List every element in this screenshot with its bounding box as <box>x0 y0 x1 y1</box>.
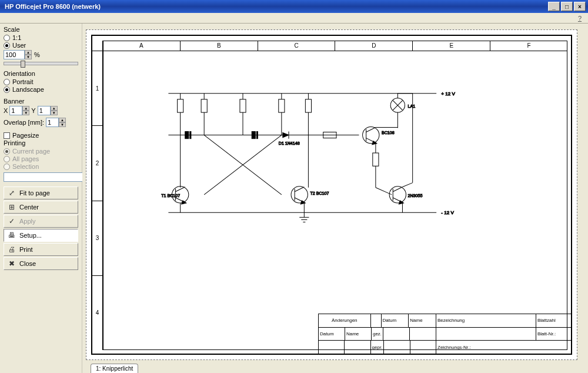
tb-bez: Bezeichnung <box>436 314 536 327</box>
svg-rect-6 <box>201 99 207 112</box>
window-titlebar: HP Officejet Pro 8600 (netwerk) _ □ × <box>0 0 588 13</box>
circuit-svg: + 12 V LA1 <box>103 51 567 350</box>
banner-y-up-icon[interactable]: ▲ <box>51 106 58 111</box>
row-label: 1 <box>92 51 103 126</box>
tb-row-name: Name <box>345 328 372 341</box>
scale-value-input[interactable] <box>4 50 25 59</box>
pagesize-group: Pagesize <box>4 132 78 139</box>
print-current-label: Current page <box>12 148 50 155</box>
apply-icon: ✓ <box>8 217 16 225</box>
fit-to-page-button[interactable]: ⤢ Fit to page <box>4 186 78 199</box>
print-label: Print <box>19 246 33 253</box>
svg-line-38 <box>176 187 185 192</box>
scale-down-icon[interactable]: ▼ <box>25 55 32 59</box>
svg-rect-27 <box>256 132 258 139</box>
svg-marker-28 <box>283 133 289 138</box>
svg-rect-24 <box>185 132 189 139</box>
svg-line-72 <box>376 188 392 195</box>
svg-rect-65 <box>373 153 379 166</box>
banner-y-down-icon[interactable]: ▼ <box>51 111 58 115</box>
svg-rect-26 <box>252 132 255 139</box>
row-label: 2 <box>92 126 103 201</box>
svg-point-57 <box>363 126 379 143</box>
banner-y-label: Y <box>31 107 35 114</box>
apply-label: Apply <box>19 218 36 225</box>
svg-text:+ 12 V: + 12 V <box>441 91 455 96</box>
scale-slider[interactable] <box>4 62 78 65</box>
drawing-sheet: 1 2 3 4 A B C D E F <box>91 35 572 355</box>
banner-group: Banner X ▲▼ Y ▲▼ Overlap [mm]: ▲▼ <box>4 98 78 127</box>
landscape-radio[interactable] <box>4 86 10 93</box>
sheet-tab[interactable]: 1: Knipperlicht <box>91 364 138 373</box>
print-button[interactable]: 🖨 Print <box>4 243 78 256</box>
tb-blattzahl: Blattzahl <box>536 314 571 327</box>
scale-user-radio[interactable] <box>4 42 10 49</box>
svg-text:LA1: LA1 <box>408 104 416 109</box>
landscape-label: Landscape <box>12 86 44 93</box>
pagesize-label: Pagesize <box>12 132 39 139</box>
scale-11-label: 1:1 <box>12 34 21 41</box>
close-icon: ✖ <box>8 259 16 268</box>
minimize-button[interactable]: _ <box>548 2 560 11</box>
center-label: Center <box>19 204 39 211</box>
options-sidebar: Scale 1:1 User ▲ ▼ % <box>0 24 82 373</box>
overlap-label: Overlap [mm]: <box>4 119 44 126</box>
print-all-radio <box>4 156 10 162</box>
slider-thumb-icon[interactable] <box>21 61 25 68</box>
svg-rect-12 <box>279 99 285 112</box>
portrait-radio[interactable] <box>4 79 10 85</box>
svg-text:2N3055: 2N3055 <box>408 194 423 198</box>
svg-point-67 <box>389 186 406 203</box>
fit-label: Fit to page <box>19 189 50 197</box>
row-header-column: 1 2 3 4 <box>92 41 103 350</box>
banner-x-up-icon[interactable]: ▲ <box>22 106 29 111</box>
svg-line-59 <box>366 127 376 132</box>
printing-title: Printing <box>4 139 78 146</box>
scale-up-icon[interactable]: ▲ <box>25 50 32 55</box>
sheet-tab-strip: 1: Knipperlicht <box>86 360 577 373</box>
svg-text:T2
BC107: T2 BC107 <box>310 191 329 196</box>
schematic-drawing: + 12 V LA1 <box>103 51 567 350</box>
svg-text:- 12 V: - 12 V <box>441 210 454 215</box>
svg-line-73 <box>402 183 412 187</box>
close-button[interactable]: ✖ Close <box>4 257 78 270</box>
center-icon: ⊞ <box>8 203 16 211</box>
overlap-down-icon[interactable]: ▼ <box>59 122 66 127</box>
fit-icon: ⤢ <box>8 189 16 197</box>
banner-x-input[interactable] <box>9 106 22 115</box>
svg-text:T1
BC107: T1 BC107 <box>161 194 180 198</box>
tb-blattnr: Blatt-Nr.: <box>536 328 571 341</box>
center-button[interactable]: ⊞ Center <box>4 201 78 214</box>
setup-label: Setup... <box>19 232 42 239</box>
apply-button: ✓ Apply <box>4 215 78 228</box>
window-title: HP Officejet Pro 8600 (netwerk) <box>2 3 547 10</box>
scale-title: Scale <box>4 26 78 33</box>
svg-point-44 <box>291 186 308 203</box>
print-current-radio <box>4 148 10 155</box>
banner-x-label: X <box>4 107 8 114</box>
banner-x-down-icon[interactable]: ▼ <box>22 111 29 115</box>
tb-header: Änderungen <box>319 314 371 327</box>
setup-button[interactable]: 🖶 Setup... <box>4 229 78 242</box>
svg-text:BC108: BC108 <box>382 131 395 135</box>
overlap-up-icon[interactable]: ▲ <box>59 118 66 122</box>
setup-icon: 🖶 <box>8 231 16 239</box>
svg-rect-25 <box>190 132 191 139</box>
drawing-title-block: Änderungen Datum Name Datum Name gez. <box>318 314 571 354</box>
tb-gepr: gepr. <box>371 341 385 354</box>
svg-line-46 <box>295 187 304 192</box>
close-window-button[interactable]: × <box>574 2 586 11</box>
print-icon: 🖨 <box>8 245 16 254</box>
tb-gez: gez. <box>372 328 383 341</box>
banner-y-input[interactable] <box>38 106 51 115</box>
tb-zeich: Zeichnungs-Nr.: <box>436 341 571 354</box>
maximize-button[interactable]: □ <box>561 2 573 11</box>
orientation-group: Orientation Portrait Landscape <box>4 70 78 93</box>
scale-11-radio[interactable] <box>4 35 10 41</box>
overlap-input[interactable] <box>46 118 59 127</box>
tb-row-datum: Datum <box>319 328 345 341</box>
print-preview-frame[interactable]: 1 2 3 4 A B C D E F <box>86 29 577 360</box>
help-icon[interactable]: ? <box>575 15 584 22</box>
pagesize-checkbox[interactable] <box>4 132 10 139</box>
row-label: 4 <box>92 276 103 350</box>
